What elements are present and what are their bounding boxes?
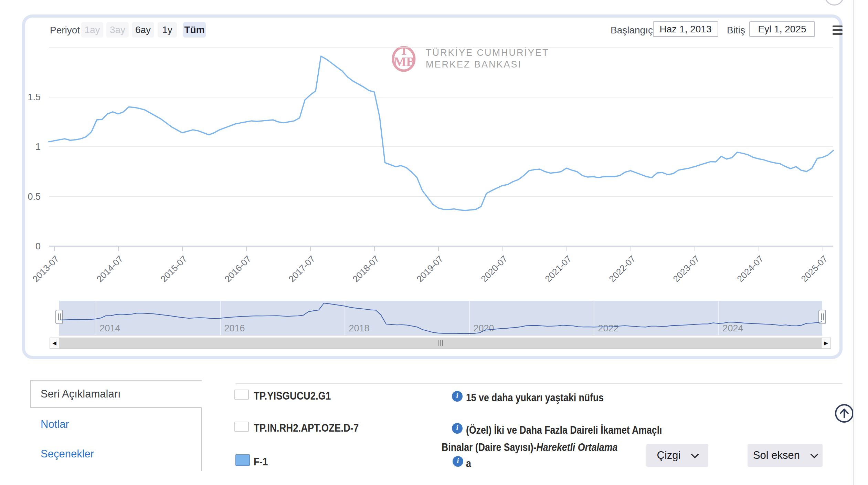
series-code: TP.YISGUCU2.G1 [254, 390, 343, 402]
navigator-right-handle[interactable] [818, 310, 826, 324]
y-axis-label: 0 [10, 241, 41, 252]
x-tick [502, 247, 503, 251]
scrollbar-left-arrow-icon[interactable]: ◀ [50, 338, 59, 349]
info-icon[interactable]: i [453, 456, 463, 467]
panel-divider [236, 383, 842, 384]
navigator-year-gridline [96, 301, 96, 335]
scrollbar-right-arrow-icon[interactable]: ▶ [821, 338, 831, 349]
scroll-to-top-button[interactable] [835, 404, 854, 423]
period-button-1ay[interactable]: 1ay [81, 22, 103, 38]
page-edge-line [853, 0, 854, 485]
x-tick [438, 247, 439, 251]
y-gridline [49, 196, 833, 197]
y-axis-label: 1.5 [10, 92, 41, 103]
partial-floating-button[interactable] [825, 0, 844, 6]
y-axis-label: 1 [10, 142, 41, 152]
info-icon[interactable]: i [452, 391, 463, 402]
x-tick [246, 247, 247, 251]
series-info-text: 15 ve daha yukarı yaştaki nüfus [466, 392, 626, 404]
hamburger-icon[interactable] [833, 25, 843, 35]
tabs-divider [201, 407, 202, 471]
series-checkbox-tpyisgucu2g1[interactable] [234, 390, 249, 400]
series-code: F-1 [254, 455, 270, 468]
bitis-label: Bitiş [727, 25, 745, 36]
periyot-label: Periyot [50, 25, 80, 36]
chevron-down-icon [811, 451, 818, 458]
navigator-year-gridline [718, 301, 719, 335]
chevron-down-icon [691, 451, 699, 458]
period-button-1y[interactable]: 1y [158, 22, 177, 38]
navigator-year-gridline [594, 301, 594, 335]
tab-notlar[interactable]: Notlar [41, 418, 69, 431]
series-checkbox-f1-checked[interactable] [235, 454, 250, 466]
x-tick [631, 247, 631, 251]
y-gridline [49, 47, 833, 48]
y-gridline [49, 97, 833, 97]
navigator-band[interactable] [59, 301, 822, 336]
end-date-input[interactable] [749, 21, 815, 37]
series-info-text-line1: (Özel) İki ve Daha Fazla Daireli İkamet … [466, 424, 694, 436]
chart-type-dropdown[interactable]: Çizgi [646, 444, 708, 467]
navigator-year-gridline [220, 301, 221, 335]
period-button-3ay[interactable]: 3ay [106, 22, 129, 38]
period-button-6ay[interactable]: 6ay [132, 22, 154, 38]
info-icon[interactable]: i [452, 423, 463, 434]
arrow-up-icon [840, 409, 848, 417]
x-tick [823, 247, 823, 251]
axis-select-dropdown[interactable]: Sol eksen [748, 444, 823, 467]
series-code: TP.IN.RH2.APT.OZE.D-7 [254, 422, 376, 434]
series-checkbox-tpinrh2[interactable] [234, 422, 249, 432]
start-date-input[interactable] [653, 21, 718, 37]
baslangic-label: Başlangıç [611, 25, 653, 36]
navigator-year-label: 2014 [100, 323, 120, 334]
watermark-line2: MERKEZ BANKASI [426, 59, 522, 70]
series-info-text-line2: Binalar (Daire Sayısı)-Hareketli Ortalam… [442, 441, 646, 454]
watermark-line1: TÜRKİYE CUMHURİYET [426, 48, 549, 58]
navigator-year-label: 2020 [473, 323, 494, 334]
x-tick [118, 247, 119, 251]
x-tick [759, 247, 759, 251]
tab-secenekler[interactable]: Seçenekler [41, 448, 94, 460]
x-tick [182, 247, 183, 251]
x-tick [374, 247, 375, 251]
navigator-year-label: 2018 [349, 323, 369, 334]
series-info-text: a [466, 457, 472, 470]
navigator-year-label: 2024 [722, 323, 743, 334]
navigator-year-gridline [469, 301, 470, 335]
tab-seri-aciklamalari[interactable]: Seri Açıklamaları [41, 388, 121, 400]
period-button-tum[interactable]: Tüm [183, 22, 206, 38]
navigator-left-handle[interactable] [55, 310, 63, 324]
x-axis-line [49, 246, 833, 247]
navigator-year-label: 2022 [598, 323, 618, 334]
x-tick [695, 247, 695, 251]
navigator-year-label: 2016 [224, 323, 245, 334]
y-axis-label: 0.5 [10, 192, 41, 202]
x-tick [310, 247, 311, 251]
y-gridline [49, 146, 833, 147]
x-tick [54, 247, 55, 251]
x-tick [567, 247, 567, 251]
navigator-year-gridline [345, 301, 345, 335]
